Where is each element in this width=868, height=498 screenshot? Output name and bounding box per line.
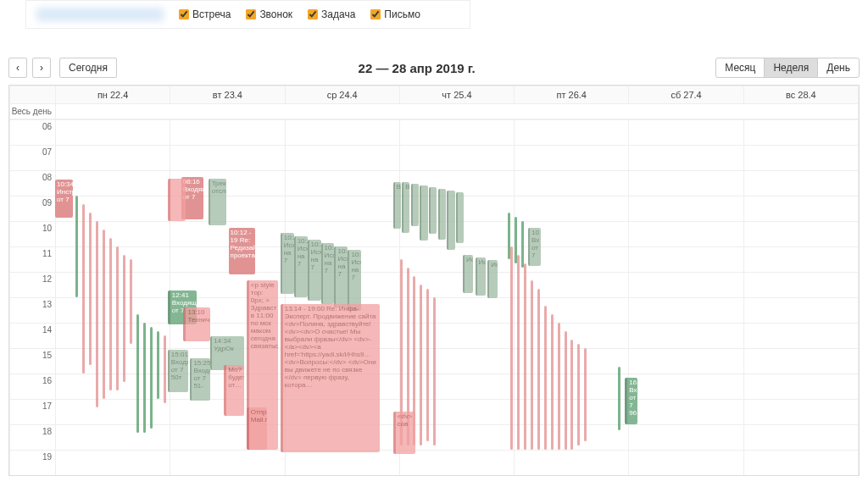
calendar-event[interactable] (143, 323, 146, 433)
calendar-event[interactable]: 10:45 Исх на 7 (334, 246, 348, 307)
time-slot[interactable] (743, 222, 858, 247)
calendar-event[interactable]: 10:12 - 19 Re: Редизай проекта (229, 228, 256, 274)
filter-meeting[interactable]: Встреча (179, 8, 231, 20)
meeting-checkbox[interactable] (179, 9, 189, 19)
calendar-event[interactable] (157, 331, 159, 399)
calendar-event[interactable]: ВЕСТУ07 (393, 182, 401, 229)
calendar-event[interactable] (420, 285, 422, 445)
time-slot[interactable] (56, 222, 170, 247)
time-slot[interactable] (56, 273, 170, 298)
calendar-event[interactable] (116, 246, 119, 390)
time-slot[interactable] (515, 196, 629, 222)
calendar-event[interactable]: 10:24 Исх на 7 (281, 233, 294, 294)
task-checkbox[interactable] (308, 9, 318, 19)
calendar-event[interactable]: 10 Вх от 7 (528, 228, 541, 266)
time-slot[interactable] (629, 222, 743, 247)
calendar-event[interactable] (429, 187, 437, 234)
calendar-event[interactable] (524, 263, 526, 450)
calendar-event[interactable]: Исх (463, 255, 473, 293)
time-slot[interactable] (285, 146, 399, 171)
time-slot[interactable] (170, 451, 285, 476)
time-slot[interactable] (56, 425, 170, 451)
calendar-event[interactable]: 13:10 Техничка (183, 307, 210, 341)
time-slot[interactable] (743, 400, 858, 425)
time-slot[interactable] (399, 349, 514, 374)
calendar-event[interactable]: 10:49 Исх на 7 (348, 250, 361, 311)
time-slot[interactable] (629, 298, 743, 324)
time-slot[interactable] (399, 451, 514, 476)
time-slot[interactable] (743, 273, 858, 298)
time-slot[interactable] (170, 247, 285, 273)
calendar-event[interactable] (150, 327, 153, 429)
calendar-event[interactable]: Отпра Mail.r (247, 407, 267, 450)
time-slot[interactable] (743, 324, 858, 349)
time-slot[interactable] (629, 374, 743, 400)
calendar-event[interactable]: <dv> сов (393, 412, 416, 454)
view-week[interactable]: Неделя (764, 58, 818, 78)
calendar-event[interactable] (438, 189, 446, 240)
time-slot[interactable] (56, 400, 170, 425)
calendar-event[interactable] (537, 289, 540, 450)
calendar-event[interactable] (136, 314, 139, 433)
time-slot[interactable] (629, 146, 743, 171)
time-slot[interactable] (56, 374, 170, 400)
time-slot[interactable] (56, 146, 170, 171)
time-slot[interactable] (743, 298, 858, 324)
time-slot[interactable] (515, 120, 629, 146)
calendar-event[interactable]: Исх (487, 260, 498, 298)
time-slot[interactable] (743, 451, 858, 476)
calendar-event[interactable] (168, 179, 186, 221)
time-slot[interactable] (743, 374, 858, 400)
time-slot[interactable] (56, 247, 170, 273)
time-slot[interactable] (170, 222, 285, 247)
call-checkbox[interactable] (246, 9, 256, 19)
time-slot[interactable] (399, 425, 514, 451)
time-slot[interactable] (399, 298, 514, 324)
calendar-event[interactable]: Исх (476, 257, 486, 296)
time-slot[interactable] (743, 247, 858, 273)
time-slot[interactable] (56, 451, 170, 476)
calendar-event[interactable] (82, 204, 85, 374)
time-slot[interactable] (399, 120, 514, 146)
time-slot[interactable] (629, 451, 743, 476)
calendar-event[interactable] (544, 306, 547, 450)
time-slot[interactable] (629, 400, 743, 425)
time-slot[interactable] (56, 298, 170, 324)
calendar-event[interactable]: 15:25 Входяща от 7 51- (190, 358, 210, 401)
calendar-event[interactable] (584, 348, 587, 441)
time-slot[interactable] (170, 146, 285, 171)
calendar-event[interactable] (420, 185, 427, 241)
time-slot[interactable] (515, 171, 629, 196)
prev-button[interactable]: ‹ (8, 58, 27, 78)
calendar-event[interactable] (618, 367, 620, 430)
calendar-event[interactable] (565, 331, 567, 450)
calendar-event[interactable] (89, 213, 92, 365)
calendar-event[interactable] (109, 238, 112, 390)
time-slot[interactable] (629, 196, 743, 222)
time-slot[interactable] (743, 171, 858, 196)
calendar-event[interactable]: Мо? будет? от… (224, 365, 244, 416)
calendar-event[interactable]: Трек отсловами (209, 179, 226, 225)
time-slot[interactable] (629, 273, 743, 298)
time-slot[interactable] (629, 171, 743, 196)
calendar-event[interactable] (577, 344, 580, 445)
time-slot[interactable] (743, 196, 858, 222)
time-slot[interactable] (399, 374, 514, 400)
calendar-event[interactable] (517, 255, 520, 450)
time-slot[interactable] (170, 120, 285, 146)
allday-cells[interactable] (56, 104, 859, 119)
calendar-event[interactable] (531, 280, 533, 450)
calendar-event[interactable] (426, 289, 429, 441)
time-slot[interactable] (56, 120, 170, 146)
calendar-event[interactable] (164, 335, 166, 403)
calendar-event[interactable] (456, 192, 464, 243)
time-slot[interactable] (743, 120, 858, 146)
calendar-event[interactable] (558, 323, 560, 450)
time-slot[interactable] (743, 425, 858, 451)
calendar-event[interactable]: 15:01 Входяща от 7 50т (168, 350, 188, 392)
calendar-event[interactable]: ВЕСТУ07 (402, 182, 409, 233)
time-slot[interactable] (399, 324, 514, 349)
time-slot[interactable] (285, 451, 399, 476)
calendar-event[interactable] (96, 221, 98, 407)
time-slot[interactable] (629, 349, 743, 374)
